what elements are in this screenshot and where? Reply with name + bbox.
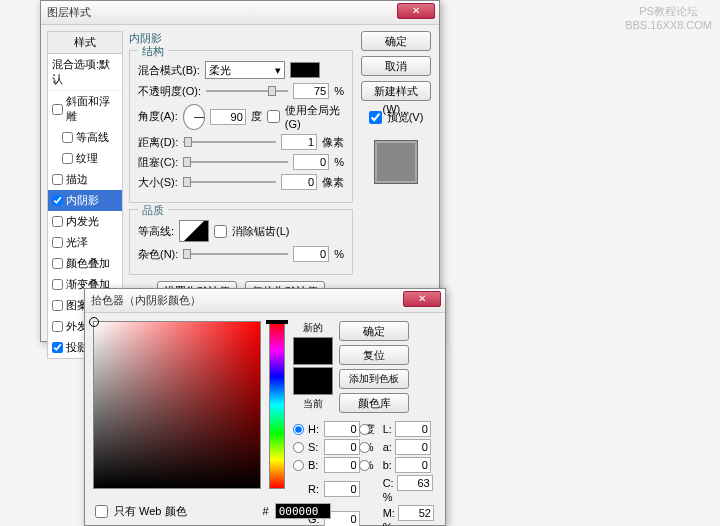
quality-fieldset: 品质 等高线: 消除锯齿(L) 杂色(N): % (129, 209, 353, 275)
style-checkbox[interactable] (52, 216, 63, 227)
new-style-button[interactable]: 新建样式(W)... (361, 81, 431, 101)
l-input[interactable] (395, 421, 431, 437)
color-picker-dialog: 拾色器（内阴影颜色） ✕ 新的 当前 确定 复位 添加到色板 颜色库 (84, 288, 446, 526)
color-field[interactable] (93, 321, 261, 489)
style-checkbox[interactable] (52, 195, 63, 206)
style-checkbox[interactable] (62, 132, 73, 143)
titlebar[interactable]: 拾色器（内阴影颜色） ✕ (85, 289, 445, 313)
style-checkbox[interactable] (62, 153, 73, 164)
style-item[interactable]: 等高线 (48, 127, 122, 148)
noise-label: 杂色(N): (138, 247, 178, 262)
b2-radio[interactable] (359, 460, 370, 471)
style-item[interactable]: 描边 (48, 169, 122, 190)
style-label: 等高线 (76, 130, 109, 145)
blend-default[interactable]: 混合选项:默认 (48, 54, 122, 91)
new-color-swatch[interactable] (293, 337, 333, 365)
close-icon[interactable]: ✕ (403, 291, 441, 307)
preview-checkbox[interactable] (369, 111, 382, 124)
style-checkbox[interactable] (52, 104, 63, 115)
preview-swatch (374, 140, 418, 184)
a-input[interactable] (395, 439, 431, 455)
choke-label: 阻塞(C): (138, 155, 178, 170)
reset-button[interactable]: 复位 (339, 345, 409, 365)
b-radio[interactable] (293, 460, 304, 471)
angle-dial[interactable] (183, 104, 205, 130)
choke-input[interactable] (293, 154, 329, 170)
angle-label: 角度(A): (138, 109, 178, 124)
a-radio[interactable] (359, 442, 370, 453)
structure-fieldset: 结构 混合模式(B): 柔光▾ 不透明度(O): % 角度(A): 度 (129, 50, 353, 203)
style-item[interactable]: 内发光 (48, 211, 122, 232)
style-checkbox[interactable] (52, 258, 63, 269)
m-input[interactable] (398, 505, 434, 521)
add-swatch-button[interactable]: 添加到色板 (339, 369, 409, 389)
distance-input[interactable] (281, 134, 317, 150)
h-radio[interactable] (293, 424, 304, 435)
chevron-down-icon: ▾ (275, 64, 281, 77)
style-checkbox[interactable] (52, 174, 63, 185)
style-label: 斜面和浮雕 (66, 94, 118, 124)
ok-button[interactable]: 确定 (361, 31, 431, 51)
style-item[interactable]: 斜面和浮雕 (48, 91, 122, 127)
color-lib-button[interactable]: 颜色库 (339, 393, 409, 413)
distance-label: 距离(D): (138, 135, 178, 150)
size-label: 大小(S): (138, 175, 178, 190)
style-label: 光泽 (66, 235, 88, 250)
style-checkbox[interactable] (52, 342, 63, 353)
close-icon[interactable]: ✕ (397, 3, 435, 19)
color-cursor (89, 317, 99, 327)
c-input[interactable] (397, 475, 433, 491)
s-input[interactable] (324, 439, 360, 455)
style-checkbox[interactable] (52, 279, 63, 290)
size-slider[interactable] (183, 181, 276, 183)
contour-label: 等高线: (138, 224, 174, 239)
style-item[interactable]: 颜色叠加 (48, 253, 122, 274)
blend-mode-label: 混合模式(B): (138, 63, 200, 78)
noise-slider[interactable] (183, 253, 288, 255)
hex-input[interactable] (275, 503, 331, 519)
style-label: 内阴影 (66, 193, 99, 208)
style-item[interactable]: 纹理 (48, 148, 122, 169)
style-checkbox[interactable] (52, 321, 63, 332)
opacity-slider[interactable] (206, 90, 288, 92)
choke-slider[interactable] (183, 161, 288, 163)
bb-input[interactable] (324, 457, 360, 473)
web-only-checkbox[interactable] (95, 505, 108, 518)
b2-input[interactable] (395, 457, 431, 473)
dialog-title: 拾色器（内阴影颜色） (91, 293, 201, 308)
titlebar[interactable]: 图层样式 ✕ (41, 1, 439, 25)
h-input[interactable] (324, 421, 360, 437)
s-radio[interactable] (293, 442, 304, 453)
blend-mode-select[interactable]: 柔光▾ (205, 61, 285, 79)
hue-slider[interactable] (269, 321, 285, 489)
current-color-swatch[interactable] (293, 367, 333, 395)
style-item[interactable]: 光泽 (48, 232, 122, 253)
angle-input[interactable] (210, 109, 246, 125)
style-checkbox[interactable] (52, 237, 63, 248)
size-input[interactable] (281, 174, 317, 190)
l-radio[interactable] (359, 424, 370, 435)
contour-picker[interactable] (179, 220, 209, 242)
r-input[interactable] (324, 481, 360, 497)
watermark: PS教程论坛 BBS.16XX8.COM (625, 4, 712, 33)
style-checkbox[interactable] (52, 300, 63, 311)
style-label: 描边 (66, 172, 88, 187)
opacity-label: 不透明度(O): (138, 84, 201, 99)
noise-input[interactable] (293, 246, 329, 262)
ok-button[interactable]: 确定 (339, 321, 409, 341)
style-label: 纹理 (76, 151, 98, 166)
style-label: 颜色叠加 (66, 256, 110, 271)
style-label: 内发光 (66, 214, 99, 229)
global-light-checkbox[interactable] (267, 110, 280, 123)
antialias-checkbox[interactable] (214, 225, 227, 238)
style-item[interactable]: 内阴影 (48, 190, 122, 211)
cancel-button[interactable]: 取消 (361, 56, 431, 76)
dialog-title: 图层样式 (47, 5, 91, 20)
styles-header[interactable]: 样式 (48, 32, 122, 54)
opacity-input[interactable] (293, 83, 329, 99)
distance-slider[interactable] (183, 141, 276, 143)
shadow-color-swatch[interactable] (290, 62, 320, 78)
